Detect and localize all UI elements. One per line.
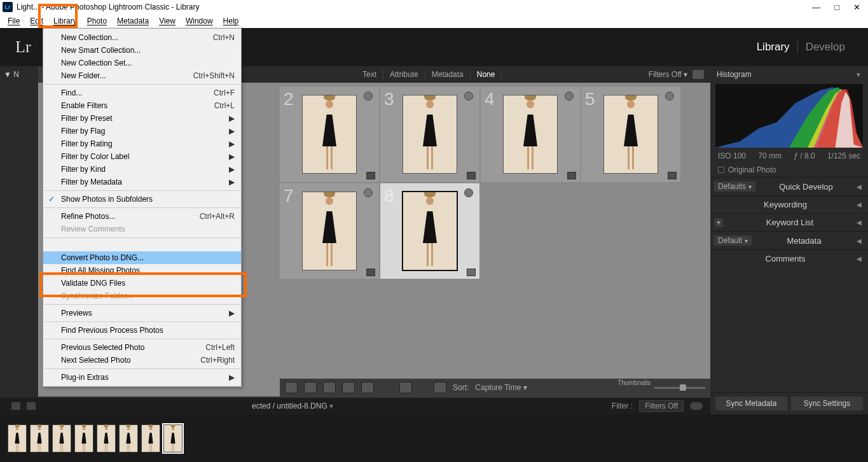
menu-file[interactable]: File — [3, 15, 25, 27]
sync-metadata-button[interactable]: Sync Metadata — [715, 396, 787, 410]
menu-item-new-folder[interactable]: New Folder...Ctrl+Shift+N — [43, 69, 241, 82]
menu-item-plug-in-extras[interactable]: Plug-in Extras▶ — [43, 371, 241, 384]
filmstrip-thumbnail[interactable] — [97, 424, 116, 452]
filmstrip-thumbnail[interactable] — [163, 424, 183, 452]
filmstrip-thumbnail[interactable] — [52, 424, 71, 452]
menu-window[interactable]: Window — [181, 15, 218, 27]
menu-item-new-collection[interactable]: New Collection...Ctrl+N — [43, 31, 241, 44]
grid-cell[interactable]: 2 — [280, 87, 379, 182]
filmstrip-thumbnail[interactable] — [141, 424, 160, 452]
submenu-arrow-icon: ▶ — [229, 309, 235, 318]
menu-item-label: Filter by Kind — [61, 165, 106, 174]
histogram-header[interactable]: Histogram▼ — [710, 66, 868, 83]
second-monitor-1-button[interactable] — [11, 402, 20, 410]
menu-item-find-all-missing-photos[interactable]: Find All Missing Photos — [43, 264, 241, 277]
grid-cell[interactable]: 5 — [581, 87, 680, 182]
thumbnail-badge-icon[interactable] — [467, 269, 476, 276]
menu-item-convert-photo-to-dng[interactable]: Convert Photo to DNG... — [43, 251, 241, 264]
thumbnail-badge-icon[interactable] — [366, 269, 375, 276]
filmstrip-thumbnail[interactable] — [119, 424, 138, 452]
menu-item-label: Synchronize Folder... — [61, 291, 133, 300]
menu-item-next-selected-photo[interactable]: Next Selected PhotoCtrl+Right — [43, 354, 241, 367]
menu-library[interactable]: Library — [48, 15, 82, 27]
grid-cell[interactable]: 3 — [380, 87, 479, 182]
view-mode-people-button[interactable] — [361, 382, 374, 393]
view-mode-survey-button[interactable] — [342, 382, 355, 393]
thumbnail[interactable] — [503, 95, 558, 174]
thumbnail[interactable] — [302, 95, 357, 174]
filmstrip-filter-dropdown[interactable]: Filters Off — [639, 400, 684, 412]
thumbnail-badge-icon[interactable] — [668, 172, 677, 179]
grid-cell[interactable]: 4 — [481, 87, 580, 182]
menu-item-filter-by-rating[interactable]: Filter by Rating▶ — [43, 137, 241, 150]
breadcrumb-path[interactable]: ected / untitled-8.DNG ▾ — [252, 402, 333, 410]
menu-item-filter-by-color-label[interactable]: Filter by Color Label▶ — [43, 150, 241, 163]
menu-shortcut: Ctrl+N — [213, 33, 235, 42]
menu-item-new-smart-collection[interactable]: New Smart Collection... — [43, 44, 241, 57]
quick-collection-marker[interactable] — [364, 92, 373, 101]
thumbnail[interactable] — [302, 192, 357, 270]
quick-collection-marker[interactable] — [665, 92, 674, 101]
painter-tool-button[interactable] — [399, 382, 412, 393]
menu-item-previous-selected-photo[interactable]: Previous Selected PhotoCtrl+Left — [43, 341, 241, 354]
menu-item-label: Filter by Preset — [61, 114, 113, 123]
menu-item-find[interactable]: Find...Ctrl+F — [43, 87, 241, 99]
filter-lock-icon[interactable] — [692, 70, 704, 79]
menu-photo[interactable]: Photo — [82, 15, 112, 27]
submenu-arrow-icon: ▶ — [229, 178, 235, 186]
thumbnail-size-slider[interactable]: Thumbnails — [617, 384, 705, 391]
filmstrip-thumbnail[interactable] — [8, 424, 27, 452]
thumbnail-badge-icon[interactable] — [467, 172, 476, 179]
thumbnail-badge-icon[interactable] — [567, 172, 576, 179]
filmstrip-thumbnail[interactable] — [30, 424, 49, 452]
sort-direction-button[interactable] — [434, 382, 446, 393]
thumbnail[interactable] — [403, 95, 457, 174]
grid-cell[interactable]: 8 — [380, 183, 479, 279]
minimize-button[interactable]: — — [812, 3, 820, 12]
thumbnail-badge-icon[interactable] — [366, 172, 375, 179]
sort-dropdown[interactable]: Capture Time ▾ — [475, 383, 527, 392]
second-monitor-2-button[interactable] — [27, 402, 36, 410]
menu-item-refine-photos[interactable]: Refine Photos...Ctrl+Alt+R — [43, 210, 241, 223]
menu-item-new-collection-set[interactable]: New Collection Set... — [43, 57, 241, 69]
quick-collection-marker[interactable] — [464, 92, 473, 101]
grid-cell[interactable]: 7 — [280, 183, 379, 279]
sync-settings-button[interactable]: Sync Settings — [791, 396, 863, 410]
menu-metadata[interactable]: Metadata — [112, 15, 154, 27]
cell-index: 3 — [384, 89, 394, 109]
menu-item-filter-by-kind[interactable]: Filter by Kind▶ — [43, 163, 241, 176]
menu-edit[interactable]: Edit — [25, 15, 48, 27]
view-mode-grid-button[interactable] — [285, 382, 298, 393]
view-mode-compare-button[interactable] — [323, 382, 336, 393]
menu-item-show-photos-in-subfolders[interactable]: ✓Show Photos in Subfolders — [43, 193, 241, 206]
filmstrip-thumbnail[interactable] — [74, 424, 93, 452]
filter-attribute[interactable]: Attribute — [383, 70, 425, 79]
module-library[interactable]: Library — [749, 41, 797, 53]
menu-help[interactable]: Help — [218, 15, 244, 27]
menu-item-validate-dng-files[interactable]: Validate DNG Files — [43, 277, 241, 290]
quick-collection-marker[interactable] — [364, 188, 373, 197]
maximize-button[interactable]: □ — [834, 3, 839, 12]
menu-item-filter-by-flag[interactable]: Filter by Flag▶ — [43, 125, 241, 137]
submenu-arrow-icon: ▶ — [229, 114, 235, 123]
filters-off-dropdown[interactable]: Filters Off ▾ — [649, 70, 687, 79]
filter-text[interactable]: Text — [356, 70, 383, 79]
thumbnail[interactable] — [603, 95, 658, 174]
filter-metadata[interactable]: Metadata — [425, 70, 471, 79]
quick-collection-marker[interactable] — [565, 92, 574, 101]
menu-item-filter-by-preset[interactable]: Filter by Preset▶ — [43, 112, 241, 125]
filter-none[interactable]: None — [471, 70, 502, 79]
menu-item-previews[interactable]: Previews▶ — [43, 307, 241, 319]
module-develop[interactable]: Develop — [798, 41, 853, 53]
close-button[interactable]: ✕ — [853, 3, 860, 12]
window-controls: — □ ✕ — [812, 3, 860, 12]
menu-view[interactable]: View — [154, 15, 181, 27]
menu-item-find-previous-process-photos[interactable]: Find Previous Process Photos — [43, 324, 241, 337]
menu-separator — [44, 304, 240, 305]
menu-item-filter-by-metadata[interactable]: Filter by Metadata▶ — [43, 176, 241, 188]
filmstrip-filter-switch[interactable] — [690, 402, 703, 410]
thumbnail[interactable] — [403, 192, 457, 270]
menu-item-enable-filters[interactable]: Enable FiltersCtrl+L — [43, 99, 241, 112]
quick-collection-marker[interactable] — [464, 188, 473, 197]
view-mode-loupe-button[interactable] — [304, 382, 317, 393]
